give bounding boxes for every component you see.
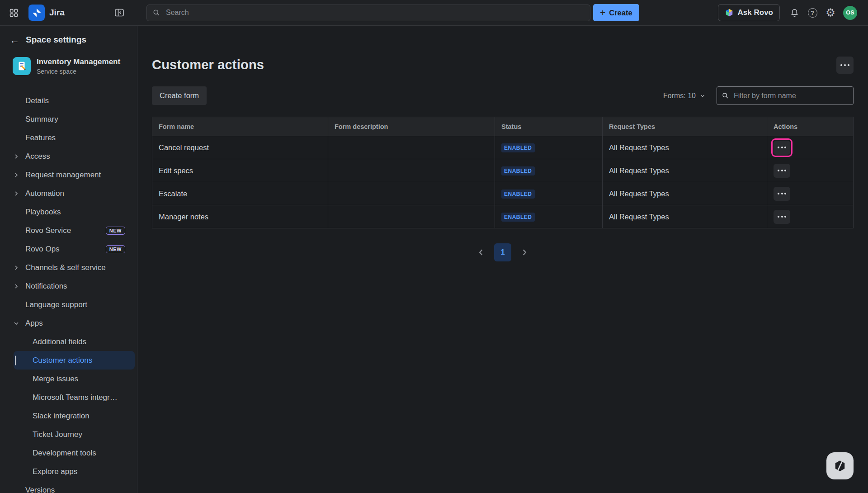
- search-icon: [152, 9, 160, 17]
- sidebar-item-label: Request management: [25, 171, 101, 180]
- sidebar-item-ticket-journey[interactable]: Ticket Journey: [0, 425, 137, 444]
- global-search[interactable]: [146, 5, 590, 21]
- chevron-right-icon: [13, 283, 19, 289]
- help-button[interactable]: ?: [803, 4, 821, 22]
- sidebar-item-access[interactable]: Access: [0, 147, 137, 166]
- sidebar-item-merge-issues[interactable]: Merge issues: [0, 370, 137, 388]
- next-page-button[interactable]: [519, 246, 530, 258]
- row-actions-button[interactable]: [774, 141, 790, 155]
- jira-app: Jira + Create: [0, 0, 868, 493]
- prev-page-button[interactable]: [475, 246, 487, 258]
- settings-button[interactable]: ⚙: [821, 4, 840, 22]
- chevron-right-icon: [13, 265, 19, 271]
- sidebar-item-apps[interactable]: Apps: [0, 314, 137, 332]
- form-name-cell: Cancel request: [152, 136, 328, 159]
- sidebar-item-language-support[interactable]: Language support: [0, 295, 137, 314]
- status-cell: ENABLED: [495, 182, 603, 205]
- sidebar-item-label: Rovo Service: [25, 226, 71, 235]
- sidebar-item-additional-fields[interactable]: Additional fields: [0, 332, 137, 351]
- sidebar-item-label: Details: [25, 96, 49, 105]
- notepad-pencil-icon: [16, 60, 28, 72]
- row-actions-button[interactable]: [774, 187, 790, 201]
- filter-input[interactable]: [733, 91, 849, 100]
- new-badge: NEW: [106, 245, 125, 253]
- chevron-right-icon: [13, 153, 19, 160]
- sidebar-item-label: Slack integration: [33, 412, 90, 421]
- sidebar-item-customer-actions[interactable]: Customer actions: [14, 351, 135, 370]
- space-type: Service space: [37, 68, 120, 75]
- sidebar-item-versions[interactable]: Versions: [0, 481, 137, 493]
- space-icon: [13, 57, 31, 75]
- user-avatar[interactable]: OS: [843, 6, 857, 20]
- row-actions-button[interactable]: [774, 210, 790, 224]
- sidebar-item-playbooks[interactable]: Playbooks: [0, 203, 137, 221]
- controls-right: Forms: 10: [660, 86, 854, 105]
- sidebar-item-notifications[interactable]: Notifications: [0, 277, 137, 295]
- sidebar-item-features[interactable]: Features: [0, 128, 137, 147]
- sidebar-item-label: Access: [25, 152, 50, 161]
- sidebar-item-development-tools[interactable]: Development tools: [0, 444, 137, 462]
- form-name-cell: Edit specs: [152, 159, 328, 182]
- sidebar-item-rovo-service[interactable]: Rovo ServiceNEW: [0, 221, 137, 240]
- form-description-cell: [328, 159, 495, 182]
- sidebar-item-request-management[interactable]: Request management: [0, 166, 137, 184]
- sidebar-item-label: Playbooks: [25, 208, 61, 217]
- chevron-right-icon: [13, 190, 19, 197]
- sidebar-item-rovo-ops[interactable]: Rovo OpsNEW: [0, 240, 137, 258]
- sidebar-item-slack-integration[interactable]: Slack integration: [0, 407, 137, 425]
- actions-cell: [767, 182, 854, 205]
- sidebar-item-label: Customer actions: [33, 356, 92, 365]
- space-name: Inventory Management: [37, 57, 120, 66]
- ellipsis-icon: [778, 170, 786, 171]
- row-actions-button[interactable]: [774, 164, 790, 178]
- filter-input-wrap[interactable]: [717, 86, 854, 105]
- page-header: Customer actions: [152, 57, 854, 74]
- status-badge: ENABLED: [501, 143, 535, 152]
- form-description-cell: [328, 136, 495, 159]
- sidebar-item-automation[interactable]: Automation: [0, 184, 137, 203]
- forms-count-dropdown[interactable]: Forms: 10: [660, 91, 708, 100]
- sidebar-collapse-button[interactable]: [110, 4, 128, 22]
- main-content: Customer actions Create form Forms: 10: [137, 26, 868, 493]
- create-button[interactable]: + Create: [593, 4, 639, 21]
- create-form-button[interactable]: Create form: [152, 86, 207, 105]
- global-search-input[interactable]: [165, 8, 585, 17]
- actions-cell: [767, 205, 854, 228]
- table-row: Edit specsENABLEDAll Request Types: [152, 159, 854, 182]
- active-indicator: [15, 356, 16, 365]
- sidebar-item-channels-self-service[interactable]: Channels & self service: [0, 258, 137, 277]
- status-cell: ENABLED: [495, 205, 603, 228]
- table-row: Manager notesENABLEDAll Request Types: [152, 205, 854, 228]
- current-page-button[interactable]: 1: [494, 243, 511, 261]
- new-badge: NEW: [106, 227, 125, 235]
- hexagon-slash-icon: [833, 459, 847, 473]
- sidebar-item-explore-apps[interactable]: Explore apps: [0, 462, 137, 481]
- sidebar-item-label: Channels & self service: [25, 263, 106, 272]
- ellipsis-icon: [778, 216, 786, 218]
- sidebar-item-summary[interactable]: Summary: [0, 110, 137, 128]
- column-header-actions: Actions: [767, 117, 854, 136]
- highlight-ring: [771, 138, 793, 157]
- ask-rovo-button[interactable]: Ask Rovo: [718, 4, 780, 21]
- atlassian-widget-button[interactable]: [826, 452, 854, 479]
- sidebar-item-label: Development tools: [33, 449, 96, 458]
- status-badge: ENABLED: [501, 166, 535, 175]
- table-controls: Create form Forms: 10: [152, 86, 854, 105]
- sidebar-item-label: Notifications: [25, 282, 67, 291]
- form-name-cell: Escalate: [152, 182, 328, 205]
- form-description-cell: [328, 205, 495, 228]
- page-more-button[interactable]: [836, 57, 854, 74]
- ellipsis-icon: [840, 64, 850, 66]
- sidebar-item-label: Additional fields: [33, 337, 86, 346]
- app-switcher-button[interactable]: [8, 4, 19, 22]
- notifications-button[interactable]: [785, 4, 803, 22]
- status-cell: ENABLED: [495, 136, 603, 159]
- sidebar-item-details[interactable]: Details: [0, 91, 137, 110]
- status-badge: ENABLED: [501, 213, 535, 222]
- sidebar-collapse-icon: [114, 7, 125, 18]
- back-button[interactable]: ←: [10, 35, 19, 45]
- space-header: Inventory Management Service space: [0, 57, 137, 75]
- sidebar-header: ← Space settings: [0, 33, 137, 46]
- jira-logo[interactable]: [28, 5, 45, 21]
- sidebar-item-microsoft-teams-integr[interactable]: Microsoft Teams integr…: [0, 388, 137, 407]
